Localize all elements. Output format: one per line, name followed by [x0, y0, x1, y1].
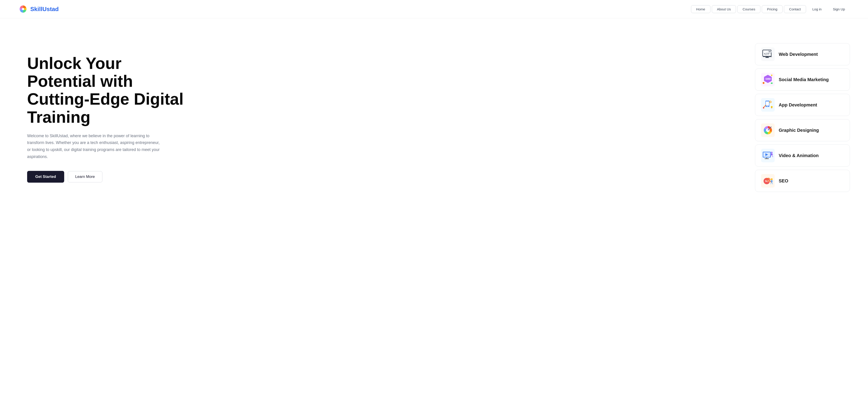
- get-started-button[interactable]: Get Started: [27, 171, 64, 183]
- svg-point-17: [767, 106, 768, 107]
- svg-rect-32: [771, 154, 772, 155]
- svg-point-21: [763, 107, 764, 108]
- course-card-app-dev[interactable]: App Development: [755, 94, 850, 116]
- svg-text:SMM: SMM: [765, 78, 771, 80]
- course-card-web-dev[interactable]: </> Web Development: [755, 43, 850, 65]
- course-icon-video: [761, 149, 775, 162]
- svg-point-19: [770, 101, 771, 103]
- course-icon-seo: SEO: [761, 174, 775, 188]
- nav-contact[interactable]: Contact: [784, 5, 806, 13]
- nav-about[interactable]: About Us: [712, 5, 736, 13]
- svg-rect-23: [772, 107, 772, 108]
- logo-icon: [18, 4, 28, 14]
- hero-buttons: Get Started Learn More: [27, 171, 185, 183]
- svg-line-36: [772, 155, 773, 157]
- course-card-smm[interactable]: SMM Social Media Marketing: [755, 68, 850, 91]
- course-icon-smm: SMM: [761, 73, 775, 86]
- svg-rect-16: [766, 101, 769, 105]
- course-card-graphic[interactable]: Graphic Designing: [755, 119, 850, 141]
- logo-link[interactable]: SkillUstad: [18, 4, 59, 14]
- course-name-video: Video & Animation: [779, 153, 819, 158]
- svg-point-31: [771, 152, 773, 154]
- svg-rect-14: [771, 83, 773, 84]
- course-icon-webdev: </>: [761, 48, 775, 61]
- brand-name: SkillUstad: [30, 6, 59, 13]
- course-icon-graphic: [761, 123, 775, 137]
- svg-rect-8: [766, 56, 768, 57]
- nav-pricing[interactable]: Pricing: [762, 5, 782, 13]
- course-cards-list: </> Web Development SMM: [755, 36, 850, 192]
- svg-text:</>: </>: [764, 52, 769, 55]
- nav-courses[interactable]: Courses: [737, 5, 761, 13]
- nav-home[interactable]: Home: [691, 5, 710, 13]
- svg-line-48: [772, 182, 773, 184]
- svg-point-12: [763, 82, 765, 84]
- svg-point-22: [771, 106, 773, 108]
- svg-point-13: [771, 74, 772, 76]
- hero-left: Unlock Your Potential with Cutting-Edge …: [27, 36, 185, 183]
- svg-point-1: [22, 8, 24, 10]
- svg-point-43: [771, 178, 773, 180]
- svg-rect-9: [765, 57, 769, 58]
- course-name-seo: SEO: [779, 178, 788, 184]
- nav-login[interactable]: Log in: [807, 5, 827, 13]
- course-card-video[interactable]: Video & Animation: [755, 145, 850, 166]
- hero-subtitle: Welcome to SkillUstad, where we believe …: [27, 132, 163, 160]
- nav-signup[interactable]: Sign Up: [828, 5, 850, 13]
- hero-section: Unlock Your Potential with Cutting-Edge …: [0, 18, 868, 408]
- course-icon-appdev: [761, 98, 775, 112]
- navbar: SkillUstad Home About Us Courses Pricing…: [0, 0, 868, 18]
- course-name-graphic: Graphic Designing: [779, 128, 819, 133]
- hero-title: Unlock Your Potential with Cutting-Edge …: [27, 55, 185, 126]
- course-name-smm: Social Media Marketing: [779, 77, 829, 82]
- course-name-app-dev: App Development: [779, 102, 817, 107]
- svg-rect-44: [771, 180, 772, 182]
- course-card-seo[interactable]: SEO SEO: [755, 170, 850, 192]
- nav-links: Home About Us Courses Pricing Contact Lo…: [691, 5, 850, 13]
- learn-more-button[interactable]: Learn More: [68, 171, 102, 182]
- svg-line-47: [771, 182, 771, 184]
- course-name-web-dev: Web Development: [779, 52, 818, 57]
